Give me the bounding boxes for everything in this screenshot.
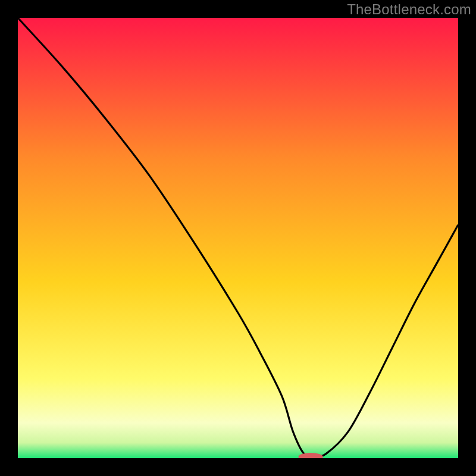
optimal-range-marker	[298, 453, 322, 458]
watermark-text: TheBottleneck.com	[347, 1, 471, 18]
plot-area	[18, 18, 458, 458]
chart-frame: { "watermark": { "text": "TheBottleneck.…	[0, 0, 476, 476]
bottleneck-curve	[18, 18, 458, 456]
curve-layer	[18, 18, 458, 458]
